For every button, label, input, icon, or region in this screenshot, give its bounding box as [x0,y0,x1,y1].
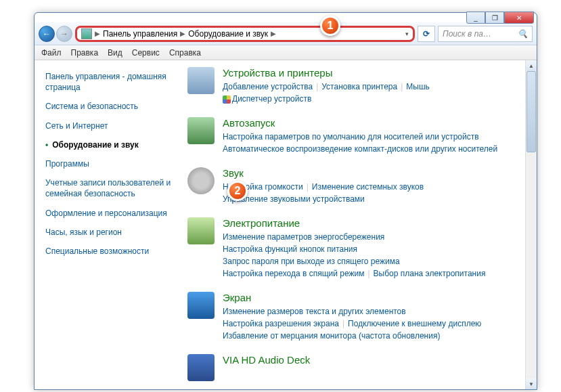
breadcrumb-sep: ▶ [180,30,185,37]
back-button[interactable]: ← [39,26,55,42]
category-icon [187,354,215,381]
category-links: Добавление устройства|Установка принтера… [223,81,527,105]
sidebar-item[interactable]: Оформление и персонализация [45,205,182,221]
sidebar-item[interactable]: Сеть и Интернет [45,118,182,134]
sidebar-item[interactable]: Система и безопасность [45,98,182,114]
search-placeholder: Поиск в па… [443,29,491,39]
link-separator: | [367,269,369,278]
navigation-row: ← → ▶ Панель управления ▶ Оборудование и… [35,22,537,45]
link-separator: | [316,82,318,91]
category-title[interactable]: Устройства и принтеры [223,67,527,79]
link-separator: | [401,82,403,91]
category-link[interactable]: Добавление устройства [223,82,313,91]
titlebar: _ ❐ ✕ [35,13,537,22]
category-title[interactable]: VIA HD Audio Deck [223,354,527,366]
breadcrumb-root[interactable]: Панель управления [103,29,177,39]
sidebar-item[interactable]: Программы [45,156,182,172]
category: ЭкранИзменение размеров текста и других … [187,292,527,342]
scroll-down-button[interactable]: ▼ [526,378,537,389]
forward-button[interactable]: → [56,26,72,42]
annotation-1: 1 [320,16,340,36]
category-title[interactable]: Автозапуск [223,117,527,129]
category-link[interactable]: Изменение параметров энергосбережения [223,232,384,242]
category-link[interactable]: Запрос пароля при выходе из спящего режи… [223,257,400,266]
category-title[interactable]: Звук [223,167,527,179]
category-link[interactable]: Выбор плана электропитания [374,269,486,278]
category-links: Изменение параметров энергосбереженияНас… [223,231,527,280]
category-links: Настройка громкости|Изменение системных … [223,181,527,205]
category-link[interactable]: Изменение размеров текста и других элеме… [223,307,406,316]
refresh-button[interactable]: ⟳ [418,26,435,42]
minimize-button[interactable]: _ [466,12,485,24]
category-link[interactable]: Настройка перехода в спящий режим [223,269,364,278]
link-separator: | [307,182,309,192]
shield-icon [223,95,231,104]
body-area: Панель управления - домашняя страницаСис… [35,60,537,389]
search-icon: 🔍 [518,29,528,39]
vertical-scrollbar[interactable]: ▲ ▼ [525,60,537,389]
breadcrumb-sep: ▶ [95,30,100,37]
category: Устройства и принтерыДобавление устройст… [187,67,527,105]
category-icon [187,167,215,194]
category: VIA HD Audio Deck [187,354,527,381]
menu-bar: Файл Правка Вид Сервис Справка [35,45,537,60]
address-bar[interactable]: ▶ Панель управления ▶ Оборудование и зву… [75,26,415,42]
category-icon [187,67,215,94]
close-button[interactable]: ✕ [504,12,534,24]
menu-help[interactable]: Справка [169,48,201,58]
category-link[interactable]: Изменение системных звуков [312,182,424,192]
category-link[interactable]: Диспетчер устройств [223,94,311,104]
category-link[interactable]: Избавление от мерцания монитора (частота… [223,331,440,341]
category-icon [187,292,215,319]
category-link[interactable]: Установка принтера [321,82,397,91]
category-link[interactable]: Автоматическое воспроизведение компакт-д… [223,144,497,154]
category-links: Настройка параметров по умолчанию для но… [223,131,527,155]
menu-view[interactable]: Вид [108,48,122,58]
scroll-up-button[interactable]: ▲ [526,60,537,71]
breadcrumb-sub[interactable]: Оборудование и звук [188,29,268,39]
category: ЭлектропитаниеИзменение параметров энерг… [187,217,527,280]
menu-tools[interactable]: Сервис [132,48,160,58]
sidebar-item[interactable]: Оборудование и звук [45,137,182,153]
address-dropdown-icon[interactable]: ▾ [405,30,409,37]
sidebar-item[interactable]: Специальные возможности [45,243,182,259]
category-links: Изменение размеров текста и других элеме… [223,305,527,342]
category-link[interactable]: Мышь [406,82,430,91]
control-panel-icon [81,28,92,39]
scroll-thumb[interactable] [526,71,536,152]
category-title[interactable]: Экран [223,292,527,303]
category-icon [187,117,215,144]
link-separator: | [342,319,344,328]
category-link[interactable]: Подключение к внешнему дисплею [348,319,481,328]
sidebar-item[interactable]: Часы, язык и регион [45,224,182,240]
control-panel-window: _ ❐ ✕ ← → ▶ Панель управления ▶ Оборудов… [34,12,537,390]
nav-arrows: ← → [39,26,72,42]
content-pane: Устройства и принтерыДобавление устройст… [182,60,537,389]
window-controls: _ ❐ ✕ [466,12,534,24]
category-title[interactable]: Электропитание [223,217,527,229]
sidebar: Панель управления - домашняя страницаСис… [35,60,182,389]
search-box[interactable]: Поиск в па… 🔍 [438,26,533,42]
category-link[interactable]: Настройка разрешения экрана [223,319,339,328]
sidebar-item[interactable]: Учетные записи пользователей и семейная … [45,175,182,202]
menu-edit[interactable]: Правка [71,48,99,58]
category-link[interactable]: Настройка функций кнопок питания [223,244,357,254]
sidebar-item[interactable]: Панель управления - домашняя страница [45,68,182,95]
category: АвтозапускНастройка параметров по умолча… [187,117,527,155]
maximize-button[interactable]: ❐ [485,12,504,24]
annotation-2: 2 [227,181,248,201]
category-link[interactable]: Настройка параметров по умолчанию для но… [223,132,479,141]
category-icon [187,217,215,244]
breadcrumb-sep: ▶ [271,30,276,37]
menu-file[interactable]: Файл [41,48,62,58]
